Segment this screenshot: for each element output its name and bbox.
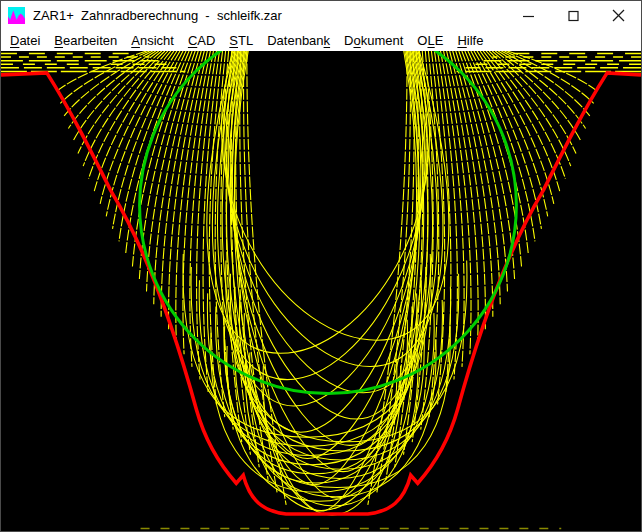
app-window: ZAR1+ Zahnradberechnung - schleifk.zar D…	[0, 0, 642, 532]
menu-item-cad[interactable]: CAD	[181, 32, 222, 49]
menu-item-stl[interactable]: STL	[222, 32, 260, 49]
menu-item-dokument[interactable]: Dokument	[337, 32, 410, 49]
canvas-background	[1, 51, 641, 531]
close-button[interactable]	[596, 1, 641, 30]
minimize-icon	[523, 10, 535, 22]
minimize-button[interactable]	[506, 1, 551, 30]
app-icon	[8, 7, 25, 24]
menu-item-datenbank[interactable]: Datenbank	[260, 32, 337, 49]
menu-item-hilfe[interactable]: Hilfe	[450, 32, 490, 49]
drawing-canvas[interactable]	[1, 51, 641, 531]
window-title: ZAR1+ Zahnradberechnung - schleifk.zar	[33, 8, 506, 23]
gear-grinding-plot	[1, 51, 641, 531]
menubar: DateiBearbeitenAnsichtCADSTLDatenbankDok…	[1, 30, 641, 51]
window-controls	[506, 1, 641, 30]
titlebar: ZAR1+ Zahnradberechnung - schleifk.zar	[1, 1, 641, 30]
menu-item-bearbeiten[interactable]: Bearbeiten	[47, 32, 124, 49]
menu-item-datei[interactable]: Datei	[3, 32, 47, 49]
close-icon	[612, 9, 625, 22]
menu-item-ansicht[interactable]: Ansicht	[124, 32, 181, 49]
maximize-button[interactable]	[551, 1, 596, 30]
maximize-icon	[568, 10, 580, 22]
menu-item-ole[interactable]: OLE	[410, 32, 450, 49]
